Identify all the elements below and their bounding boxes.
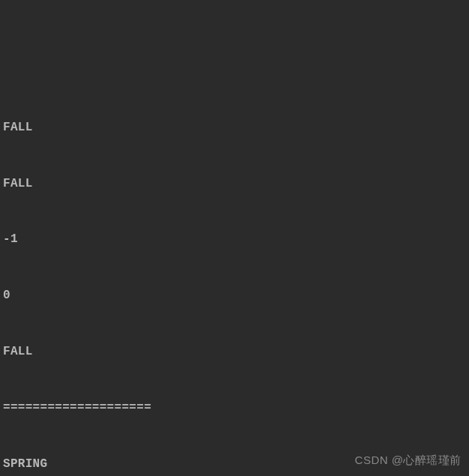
output-line: FALL [3, 175, 466, 193]
output-line: FALL [3, 118, 466, 137]
output-line: FALL [3, 343, 466, 361]
output-line: -1 [3, 230, 466, 249]
output-line: 0 [3, 286, 466, 305]
terminal-output: FALL FALL -1 0 FALL ====================… [3, 81, 466, 476]
watermark-text: CSDN @心醉瑶瑾前 [355, 451, 462, 469]
output-line: ==================== [3, 399, 466, 418]
